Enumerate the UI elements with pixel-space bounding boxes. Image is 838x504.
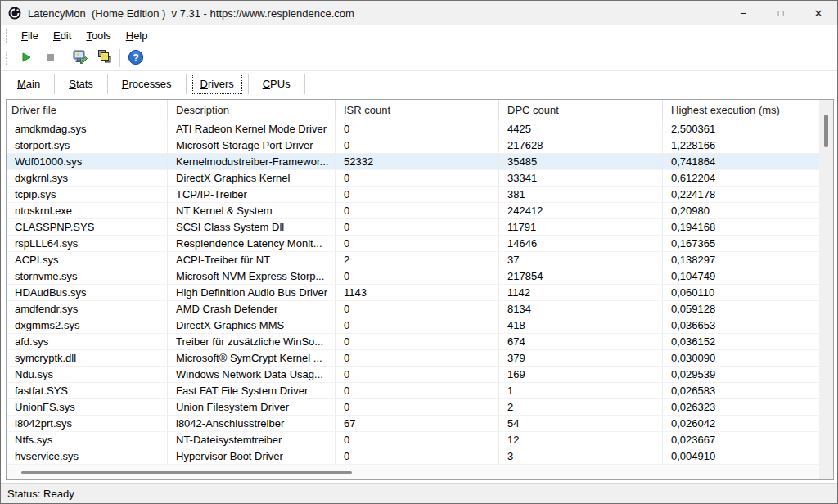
table-row[interactable]: hvservice.sysHypervisor Boot Driver030,0… (7, 448, 819, 465)
start-monitor-button[interactable] (14, 48, 38, 69)
close-button[interactable]: ✕ (800, 1, 837, 25)
tab-stats[interactable]: Stats (61, 74, 101, 93)
table-cell: SCSI Class System Dll (168, 219, 336, 235)
table-row[interactable]: stornvme.sysMicrosoft NVM Express Storp.… (7, 268, 819, 285)
tab-processes[interactable]: Processes (115, 74, 179, 93)
table-cell: DirectX Graphics Kernel (168, 170, 336, 186)
title-bar: LatencyMon (Home Edition ) v 7.31 - http… (1, 1, 837, 25)
table-cell: CLASSPNP.SYS (7, 219, 168, 235)
table-cell: 11791 (499, 219, 663, 235)
table-cell: 0 (336, 334, 499, 349)
table-cell: 0 (336, 432, 499, 448)
table-row[interactable]: fastfat.SYSFast FAT File System Driver01… (7, 383, 819, 399)
table-row[interactable]: storport.sysMicrosoft Storage Port Drive… (7, 137, 819, 154)
tab-main[interactable]: Main (10, 74, 47, 93)
table-cell: Kernelmodustreiber-Framewor... (168, 154, 336, 169)
table-row[interactable]: dxgkrnl.sysDirectX Graphics Kernel033341… (7, 170, 819, 187)
tab-cpus[interactable]: CPUs (255, 74, 298, 93)
table-row[interactable]: afd.sysTreiber für zusätzliche WinSo...0… (7, 334, 819, 350)
vertical-scrollbar-thumb[interactable] (824, 115, 828, 147)
table-row[interactable]: dxgmms2.sysDirectX Graphics MMS04180,036… (7, 317, 819, 334)
table-cell: Fast FAT File System Driver (168, 383, 336, 398)
toolbar-separator (65, 49, 65, 67)
table-cell: amdkmdag.sys (7, 121, 168, 137)
toolbar-gripper (6, 52, 10, 65)
menu-item-tools[interactable]: Tools (79, 27, 118, 44)
table-row[interactable]: tcpip.sysTCP/IP-Treiber03810,224178 (7, 187, 819, 203)
table-cell: 0 (336, 399, 499, 415)
tab-separator (54, 74, 55, 94)
column-header-driver-file[interactable]: Driver file (7, 100, 168, 121)
table-cell: ACPI-Treiber für NT (168, 252, 336, 268)
table-row[interactable]: rspLLL64.sysResplendence Latency Monit..… (7, 236, 819, 252)
table-row[interactable]: HDAudBus.sysHigh Definition Audio Bus Dr… (7, 285, 819, 301)
menu-item-edit[interactable]: Edit (46, 27, 79, 44)
latencymon-app-icon (8, 7, 21, 20)
table-row[interactable]: ntoskrnl.exeNT Kernel & System02424120,2… (7, 203, 819, 219)
stop-monitor-button[interactable] (38, 48, 61, 69)
copy-pages-icon (97, 49, 112, 67)
tab-separator (107, 74, 108, 94)
minimize-icon: − (740, 9, 746, 17)
table-cell: afd.sys (7, 334, 168, 349)
table-cell: 0,029539 (663, 367, 819, 382)
table-cell: 1142 (499, 285, 663, 300)
menu-item-help[interactable]: Help (119, 27, 155, 44)
table-cell: 12 (499, 432, 663, 448)
table-row[interactable]: symcryptk.dllMicrosoft® SymCrypt Kernel … (7, 350, 819, 367)
table-row[interactable]: amdfendr.sysAMD Crash Defender081340,059… (7, 301, 819, 317)
table-cell: UnionFS.sys (7, 399, 168, 415)
drivers-table: Driver file Description ISR count DPC co… (6, 99, 834, 480)
table-cell: 0 (336, 170, 499, 186)
table-cell: Resplendence Latency Monit... (168, 236, 336, 251)
table-cell: 0,036152 (663, 334, 819, 349)
table-cell: 418 (499, 317, 663, 333)
column-header-isr-count[interactable]: ISR count (336, 100, 499, 121)
menu-item-file[interactable]: File (14, 27, 46, 44)
column-header-description[interactable]: Description (168, 100, 336, 121)
horizontal-scrollbar[interactable] (7, 465, 819, 479)
column-header-dpc-count[interactable]: DPC count (499, 100, 663, 121)
copy-report-button[interactable] (92, 48, 116, 69)
table-row[interactable]: amdkmdag.sysATI Radeon Kernel Mode Drive… (7, 121, 819, 137)
table-row[interactable]: Wdf01000.sysKernelmodustreiber-Framewor.… (7, 154, 819, 170)
window-title: LatencyMon (Home Edition ) v 7.31 - http… (28, 7, 354, 20)
table-row[interactable]: ACPI.sysACPI-Treiber für NT2370,138297 (7, 252, 819, 268)
table-cell: 674 (499, 334, 663, 349)
maximize-button[interactable]: □ (762, 1, 800, 25)
column-header-highest-execution[interactable]: Highest execution (ms) (663, 100, 819, 121)
table-cell: 0,194168 (663, 219, 819, 235)
window-controls: − □ ✕ (724, 1, 837, 25)
table-row[interactable]: i8042prt.sysi8042-Anschlusstreiber67540,… (7, 416, 819, 432)
table-cell: ntoskrnl.exe (7, 203, 168, 218)
table-row[interactable]: Ntfs.sysNT-Dateisystemtreiber0120,023667 (7, 432, 819, 448)
table-row[interactable]: CLASSPNP.SYSSCSI Class System Dll0117910… (7, 219, 819, 236)
table-row[interactable]: UnionFS.sysUnion Filesystem Driver020,02… (7, 399, 819, 416)
table-cell: 0,023667 (663, 432, 819, 448)
toolbar-gripper (6, 29, 10, 43)
table-cell: 1,228166 (663, 137, 819, 153)
stop-icon (43, 51, 56, 66)
table-cell: 8134 (499, 301, 663, 317)
edit-options-button[interactable] (69, 48, 92, 69)
help-button[interactable]: ? (124, 48, 147, 69)
vertical-scrollbar[interactable] (819, 100, 833, 479)
table-cell: 0,060110 (663, 285, 819, 300)
maximize-icon: □ (778, 8, 784, 18)
table-cell: Ntfs.sys (7, 432, 168, 448)
minimize-button[interactable]: − (724, 1, 762, 25)
table-cell: 0 (336, 203, 499, 218)
table-cell: 52332 (336, 154, 499, 169)
table-cell: fastfat.SYS (7, 383, 168, 398)
table-cell: HDAudBus.sys (7, 285, 168, 300)
table-row[interactable]: Ndu.sysWindows Network Data Usag...01690… (7, 367, 819, 383)
table-cell: 0,026323 (663, 399, 819, 415)
table-cell: 0,059128 (663, 301, 819, 317)
tab-drivers[interactable]: Drivers (193, 74, 241, 93)
table-cell: 0 (336, 268, 499, 284)
table-cell: Hypervisor Boot Driver (168, 448, 336, 464)
toolbar-separator (151, 49, 151, 67)
table-cell: 0 (336, 367, 499, 382)
horizontal-scrollbar-thumb[interactable] (21, 471, 352, 474)
table-cell: Microsoft NVM Express Storp... (168, 268, 336, 284)
